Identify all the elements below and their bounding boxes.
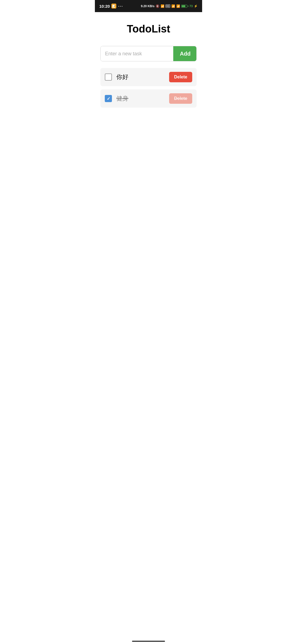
todo-item-2: 健身 Delete [100,89,197,108]
todo-label-1: 你好 [116,73,169,81]
todo-label-2: 健身 [116,94,169,103]
battery-body [181,5,187,8]
battery-percent: 73 [189,4,193,8]
todo-checkbox-1[interactable] [105,73,112,81]
charge-icon: ⚡ [194,4,198,8]
status-dots: ··· [118,4,123,9]
todo-checkbox-2[interactable] [105,95,112,102]
battery-tip [188,6,188,7]
todo-item: 你好 Delete [100,68,197,86]
input-row: Add [100,46,197,61]
app-title: TodoList [100,23,197,35]
add-button[interactable]: Add [173,46,197,61]
mute-icon: 🔇 [156,4,160,8]
status-right: 9.20 KB/s 🔇 📶 HD 📶 📶 73 ⚡ [141,4,198,8]
todo-list: 你好 Delete 健身 Delete [100,68,197,108]
delete-button-1[interactable]: Delete [169,72,192,82]
hd-icon: HD [166,4,170,8]
task-input[interactable] [101,46,173,61]
status-time: 10:20 [99,4,110,9]
battery-fill [182,5,185,7]
signal-icon-2: 📶 [171,4,175,8]
status-bar: 10:20 📝 ··· 9.20 KB/s 🔇 📶 HD 📶 📶 73 ⚡ [95,0,202,12]
status-left: 10:20 📝 ··· [99,4,123,9]
wifi-icon: 📶 [176,4,180,8]
battery-indicator [181,5,188,8]
signal-icon: 📶 [161,4,164,8]
delete-button-2[interactable]: Delete [169,93,192,104]
data-speed: 9.20 KB/s [141,4,155,8]
note-icon: 📝 [111,4,116,9]
main-content: TodoList Add 你好 Delete 健身 Delete [95,12,202,108]
